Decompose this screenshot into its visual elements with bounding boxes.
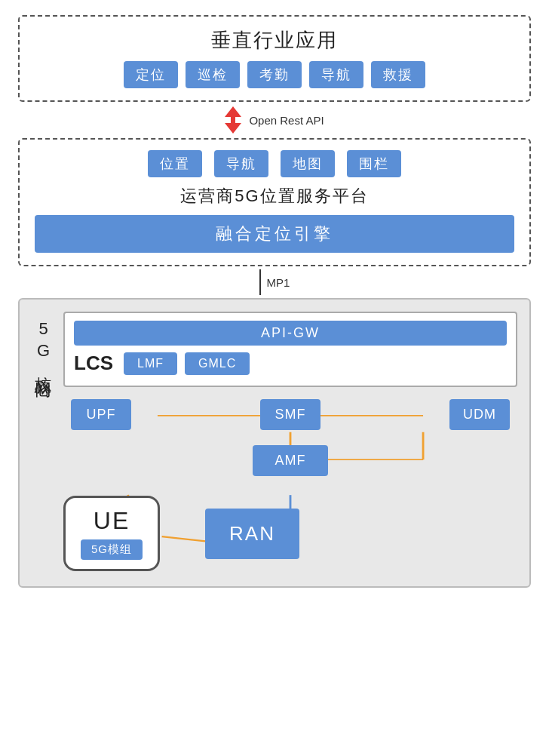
btn-navigation: 导航 (309, 61, 363, 88)
ue-ran-area: UE 5G模组 RAN (63, 488, 517, 571)
core-label: 5G核心网 (32, 312, 54, 571)
5g-core-section: 5G核心网 API-GW LCS LMF GMLC (18, 298, 531, 588)
industry-buttons-row: 定位 巡检 考勤 导航 救援 (124, 61, 425, 88)
amf-btn: AMF (253, 445, 328, 476)
platform-section: 位置 导航 地图 围栏 运营商5G位置服务平台 融合定位引擎 (18, 138, 531, 266)
smf-btn: SMF (260, 399, 321, 430)
btn-fence: 围栏 (347, 150, 401, 177)
udm-btn: UDM (449, 399, 510, 430)
ran-btn: RAN (205, 509, 299, 559)
btn-attendance: 考勤 (247, 61, 302, 88)
main-diagram: 垂直行业应用 定位 巡检 考勤 导航 救援 Open Rest API 位置 导… (18, 15, 531, 588)
btn-rescue: 救援 (371, 61, 425, 88)
core-inner: API-GW LCS LMF GMLC (63, 312, 517, 571)
upf-btn: UPF (71, 399, 131, 430)
btn-location: 定位 (124, 61, 178, 88)
upf-smf-udm-row: UPF SMF UDM (63, 399, 517, 430)
mp1-label: MP1 (267, 276, 290, 289)
btn-map: 地图 (281, 150, 335, 177)
engine-btn: 融合定位引擎 (35, 215, 514, 253)
btn-patrol: 巡检 (186, 61, 240, 88)
spacer (63, 430, 517, 445)
5g-section-wrapper: 5G核心网 API-GW LCS LMF GMLC (18, 298, 531, 588)
svg-rect-3 (231, 117, 235, 123)
lcs-title: LCS (74, 352, 113, 375)
lcs-row: LCS LMF GMLC (74, 352, 507, 375)
btn-nav: 导航 (214, 150, 268, 177)
gmlc-chip: GMLC (185, 352, 250, 375)
network-components-area: UPF SMF UDM AMF (63, 399, 517, 476)
industry-section: 垂直行业应用 定位 巡检 考勤 导航 救援 (18, 15, 531, 102)
red-double-arrow-icon (225, 106, 241, 134)
svg-rect-5 (231, 123, 235, 129)
ue-box: UE 5G模组 (63, 496, 160, 571)
industry-title: 垂直行业应用 (211, 27, 338, 54)
btn-position: 位置 (148, 150, 202, 177)
api-arrow-connector: Open Rest API (18, 102, 531, 138)
mp1-vertical-line (259, 269, 261, 295)
mp1-connector: MP1 (18, 266, 531, 298)
ue-title: UE (94, 507, 130, 535)
ue-module-chip: 5G模组 (81, 539, 143, 560)
core-label-text: 5G核心网 (32, 319, 54, 372)
api-gw-btn: API-GW (74, 321, 507, 346)
platform-subtitle: 运营商5G位置服务平台 (180, 185, 368, 207)
api-label: Open Rest API (249, 114, 324, 127)
svg-marker-0 (225, 106, 241, 117)
amf-row: AMF (63, 445, 517, 476)
platform-top-row: 位置 导航 地图 围栏 (148, 150, 401, 177)
lmf-chip: LMF (124, 352, 177, 375)
lcs-box: API-GW LCS LMF GMLC (63, 312, 517, 387)
